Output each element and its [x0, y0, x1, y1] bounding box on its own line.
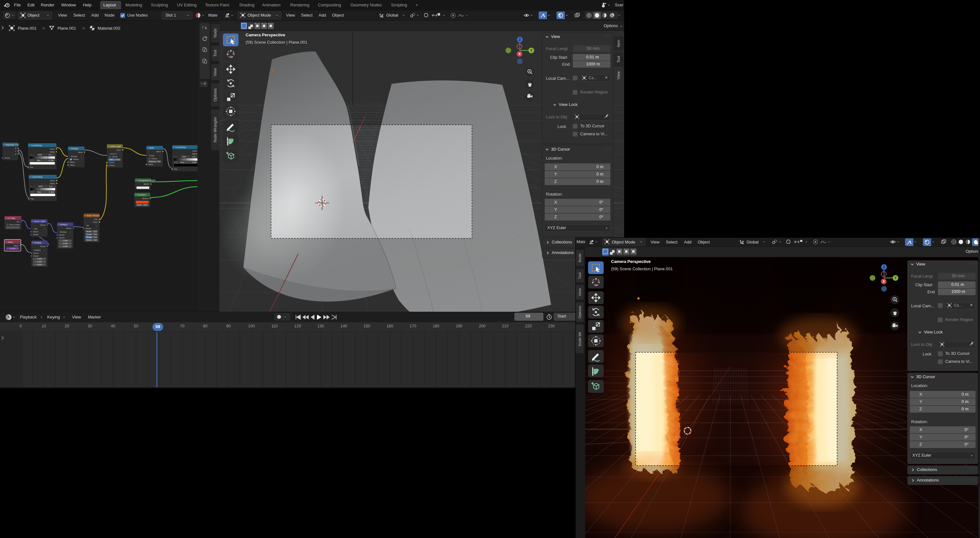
svg-text:5.0: 5.0 — [94, 233, 97, 235]
svg-text:Y: Y — [530, 49, 533, 52]
svg-text:Vector: Vector — [33, 230, 38, 233]
svg-text:+ − ⌄: + − ⌄ — [174, 156, 178, 158]
svg-text:Color: Color — [50, 148, 54, 150]
svg-text:3D: 3D — [86, 224, 89, 227]
svg-text:Vector: Vector — [66, 227, 72, 229]
svg-text:Color1: Color1 — [109, 161, 115, 163]
svg-text:Y: Y — [894, 276, 897, 280]
svg-text:+ − ⌄: + − ⌄ — [30, 154, 35, 156]
svg-text:Clamp: Clamp — [73, 158, 79, 160]
svg-text:Add: Add — [34, 228, 38, 230]
svg-text:0.390: 0.390 — [49, 191, 54, 193]
svg-text:Noise Texture: Noise Texture — [86, 214, 100, 217]
svg-text:BSDF: BSDF — [143, 183, 149, 185]
svg-text:Linear Light: Linear Light — [110, 145, 121, 148]
svg-text:Vector: Vector — [59, 236, 65, 239]
svg-text:Separate XYZ: Separate XYZ — [5, 144, 19, 146]
svg-text:Stren: Stren — [137, 204, 142, 206]
svg-text:Transparent BSDF: Transparent BSDF — [138, 179, 156, 182]
svg-text:Distor: Distor — [86, 239, 92, 241]
svg-text:Math: Math — [149, 147, 154, 149]
svg-text:Pos: Pos — [181, 161, 185, 163]
svg-text:Color: Color — [93, 221, 98, 223]
svg-text:0.59: 0.59 — [192, 161, 196, 163]
svg-text:Value: Value — [14, 244, 19, 247]
svg-text:X: X — [519, 52, 521, 56]
svg-text:UV Map: UV Map — [7, 217, 15, 220]
svg-text:Rough: Rough — [86, 236, 92, 238]
svg-text:Vector: Vector — [59, 233, 65, 236]
svg-text:Y: Y — [15, 150, 16, 152]
svg-text:RGB: RGB — [38, 185, 42, 187]
svg-text:Value: Value — [8, 241, 13, 243]
svg-text:3.278: 3.278 — [10, 247, 15, 249]
svg-text:ColorRamp: ColorRamp — [175, 146, 186, 149]
svg-text:1.000: 1.000 — [37, 257, 42, 260]
svg-text:Multiply: Multiply — [34, 241, 42, 244]
svg-text:Expone: Expone — [149, 160, 156, 163]
svg-text:6.5: 6.5 — [94, 230, 97, 232]
svg-text:0.500: 0.500 — [37, 263, 42, 265]
svg-text:4.0: 4.0 — [157, 160, 160, 163]
svg-text:RGB: RGB — [182, 156, 186, 158]
svg-text:0.5: 0.5 — [94, 236, 97, 238]
svg-text:Scale: Scale — [86, 230, 92, 232]
svg-text:Line: Line — [192, 156, 196, 158]
svg-text:0.500: 0.500 — [115, 158, 120, 161]
svg-text:Fac: Fac — [174, 168, 177, 170]
svg-text:Multiply: Multiply — [71, 147, 78, 150]
svg-text:X: X — [883, 280, 885, 283]
svg-text:+ − ⌄: + − ⌄ — [30, 185, 35, 187]
svg-text:Fac: Fac — [30, 198, 34, 200]
svg-text:Line: Line — [49, 154, 52, 156]
svg-text:Vector: Vector — [5, 156, 10, 159]
svg-text:Color: Color — [116, 149, 121, 151]
svg-text:Multiply: Multiply — [60, 224, 68, 226]
svg-text:From Instan: From Instan — [10, 224, 21, 226]
svg-text:1.000: 1.000 — [63, 245, 68, 247]
svg-text:Multiply: Multiply — [34, 249, 41, 251]
svg-text:Color2: Color2 — [109, 164, 115, 166]
svg-text:Z: Z — [15, 153, 16, 155]
svg-text:1.000: 1.000 — [63, 239, 68, 241]
svg-text:X: X — [15, 147, 16, 149]
svg-text:Clamp: Clamp — [151, 157, 157, 160]
svg-text:Color: Color — [50, 179, 55, 182]
svg-text:Value: Value — [156, 150, 161, 153]
svg-text:Value: Value — [78, 151, 83, 153]
svg-text:Z: Z — [883, 265, 885, 269]
svg-text:Vector: Vector — [33, 233, 38, 236]
svg-text:Clamp: Clamp — [112, 155, 118, 158]
svg-text:Vector: Vector — [86, 227, 91, 230]
svg-text:Pos: Pos — [38, 191, 41, 193]
svg-text:59.5: 59.5 — [143, 204, 148, 206]
svg-text:Fac: Fac — [94, 218, 98, 220]
svg-text:Detail: Detail — [86, 233, 92, 235]
svg-text:Line: Line — [49, 185, 52, 187]
svg-text:Color: Color — [192, 150, 197, 152]
svg-text:0.795: 0.795 — [49, 159, 54, 161]
svg-text:Vector: Vector — [33, 252, 39, 254]
svg-text:UV: UV — [17, 220, 19, 223]
svg-text:Linear Li: Linear Li — [110, 153, 117, 155]
svg-text:Alpha: Alpha — [192, 153, 197, 155]
svg-text:4.000: 4.000 — [63, 242, 68, 244]
svg-text:Fac: Fac — [30, 166, 33, 168]
svg-text:0.300: 0.300 — [37, 260, 42, 263]
svg-text:Multiply: Multiply — [71, 155, 78, 157]
svg-text:Emissi: Emissi — [143, 197, 148, 200]
svg-text:RGB: RGB — [38, 154, 42, 156]
svg-text:Emission: Emission — [137, 194, 146, 196]
svg-text:ColorRamp: ColorRamp — [32, 176, 43, 178]
svg-text:Value: Value — [70, 161, 75, 163]
svg-text:Power: Power — [149, 155, 155, 156]
svg-text:Vector: Vector — [40, 224, 46, 226]
svg-text:Value: Value — [148, 163, 153, 165]
svg-text:Vector Math: Vector Math — [34, 220, 45, 222]
svg-text:Vector: Vector — [33, 255, 39, 257]
svg-text:ColorRamp: ColorRamp — [31, 144, 42, 147]
svg-text:Z: Z — [519, 38, 521, 42]
svg-text:Alpha: Alpha — [50, 182, 55, 184]
svg-text:Pos: Pos — [37, 159, 40, 161]
svg-text:Multiply: Multiply — [60, 231, 67, 233]
